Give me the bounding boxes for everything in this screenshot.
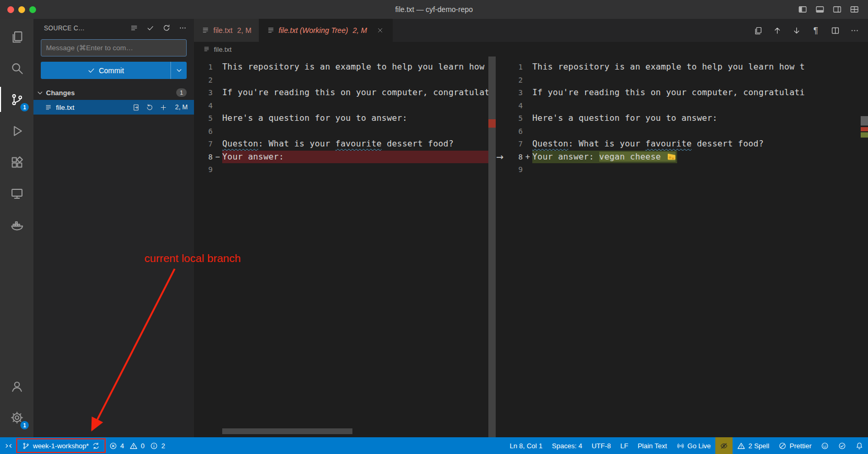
status-go-live[interactable]: Go Live <box>672 437 716 454</box>
status-label: Plain Text <box>637 442 667 450</box>
activity-item-source-control[interactable]: 1 <box>0 84 33 115</box>
status-bar: week-1-workshop*402 Ln 8, Col 1Spaces: 4… <box>0 437 868 454</box>
list-flat-button[interactable] <box>129 23 139 33</box>
open-file-button[interactable] <box>132 103 141 112</box>
diff-line[interactable]: 6 <box>194 125 496 138</box>
layout-grid-icon[interactable] <box>848 3 861 16</box>
activity-item-search[interactable] <box>0 52 33 84</box>
diff-line[interactable]: 4 <box>194 99 496 112</box>
compare-changes-button[interactable] <box>752 25 763 36</box>
zoom-window-button[interactable] <box>29 6 36 13</box>
layout-sidebar-right-icon[interactable] <box>831 3 843 16</box>
activity-item-run-debug[interactable] <box>0 115 33 146</box>
line-content <box>222 163 496 176</box>
activity-item-docker[interactable] <box>0 209 33 241</box>
line-content <box>532 163 868 176</box>
diff-line[interactable]: 6 <box>504 125 868 138</box>
editor-tab[interactable]: file.txt2, M <box>194 19 259 42</box>
status-eol[interactable]: LF <box>615 437 633 454</box>
discard-button[interactable] <box>145 103 155 112</box>
activity-item-settings[interactable]: 1 <box>0 402 33 433</box>
diff-line[interactable]: 2 <box>194 74 496 87</box>
diff-line[interactable]: 2 <box>504 74 868 87</box>
diff-sign <box>213 99 222 112</box>
sidebar-header-actions <box>129 23 188 33</box>
changed-file-row[interactable]: file.txt2, M <box>33 100 194 115</box>
diff-editor: 1This repository is an example to help y… <box>194 56 868 437</box>
activity-item-explorer[interactable] <box>0 21 33 52</box>
activity-item-extensions[interactable] <box>0 146 33 178</box>
refresh-button[interactable] <box>161 23 172 33</box>
right-overview-ruler[interactable] <box>861 56 868 437</box>
close-window-button[interactable] <box>7 6 14 13</box>
commit-check-button[interactable] <box>145 23 155 33</box>
changes-section-header[interactable]: Changes 1 <box>33 85 194 100</box>
status-problems[interactable]: 402 <box>105 437 173 454</box>
layout-sidebar-right-icon <box>832 5 842 14</box>
code-text: This repository is an example to help yo… <box>532 62 805 72</box>
status-notifications[interactable] <box>851 437 868 454</box>
left-scrollbar[interactable] <box>488 56 496 437</box>
diff-sign <box>213 125 222 138</box>
status-language-mode[interactable]: Plain Text <box>633 437 671 454</box>
stage-icon <box>159 104 167 111</box>
status-branch[interactable]: week-1-workshop* <box>17 437 105 454</box>
previous-change-button[interactable] <box>772 25 782 36</box>
breadcrumb-item[interactable]: file.txt <box>214 46 232 53</box>
status-feedback[interactable] <box>816 437 833 454</box>
diff-line[interactable]: 4 <box>504 99 868 112</box>
editor-tab[interactable]: file.txt (Working Tree)2, M <box>259 19 393 42</box>
more-button[interactable] <box>849 25 860 36</box>
diff-line[interactable]: 9 <box>504 163 868 176</box>
diff-line[interactable]: 1This repository is an example to help y… <box>504 61 868 74</box>
minimize-window-button[interactable] <box>18 6 25 13</box>
diff-line[interactable]: 1This repository is an example to help y… <box>194 61 496 74</box>
status-indentation[interactable]: Spaces: 4 <box>547 437 587 454</box>
text-file-icon <box>267 26 275 35</box>
split-editor-button[interactable] <box>830 25 840 36</box>
layout-panel-icon[interactable] <box>814 3 826 16</box>
commit-button-main[interactable]: Commit <box>41 62 171 79</box>
status-toggle-excluded-files[interactable] <box>715 437 733 454</box>
close-tab-button[interactable] <box>375 26 385 35</box>
stage-button[interactable] <box>159 103 168 112</box>
line-content: This repository is an example to help yo… <box>532 61 868 74</box>
pilcrow-button[interactable]: ¶ <box>810 25 821 36</box>
activity-item-accounts[interactable] <box>0 370 33 402</box>
line-content: If you're reading this on your computer,… <box>222 86 496 99</box>
file-status-badge: 2, M <box>175 104 188 111</box>
diff-line[interactable]: 8−Your answer: <box>194 151 496 164</box>
status-spell-checker[interactable]: 2 Spell <box>733 437 774 454</box>
horizontal-scrollbar[interactable] <box>222 428 352 434</box>
status-encoding[interactable]: UTF-8 <box>587 437 615 454</box>
added-line-marker <box>861 132 868 138</box>
status-prettier[interactable]: Prettier <box>774 437 816 454</box>
tab-label: file.txt <box>213 26 233 35</box>
next-change-icon <box>792 26 801 35</box>
layout-sidebar-left-icon[interactable] <box>796 3 809 16</box>
status-status-ok[interactable] <box>833 437 851 454</box>
commit-message-input[interactable] <box>41 39 187 56</box>
more-button[interactable] <box>177 23 188 33</box>
commit-dropdown-button[interactable] <box>171 62 187 79</box>
diff-sign <box>523 163 532 176</box>
feedback-icon <box>821 442 829 450</box>
diff-line[interactable]: 5Here's a question for you to answer: <box>194 112 496 125</box>
diff-line[interactable]: 3If you're reading this on your computer… <box>504 86 868 99</box>
status-remote[interactable] <box>0 437 17 454</box>
changes-count-badge: 1 <box>176 88 187 97</box>
line-number: 7 <box>504 138 523 151</box>
line-content: If you're reading this on your computer,… <box>532 86 868 99</box>
diff-line[interactable]: 3If you're reading this on your computer… <box>194 86 496 99</box>
status-cursor-position[interactable]: Ln 8, Col 1 <box>505 437 547 454</box>
next-change-button[interactable] <box>791 25 802 36</box>
commit-button[interactable]: Commit <box>41 62 187 79</box>
diff-line[interactable]: 7Queston: What is your favourite dessert… <box>504 138 868 151</box>
diff-line[interactable]: 8+Your answer: vegan cheese <box>504 151 868 164</box>
diff-line[interactable]: 7Queston: What is your favourite dessert… <box>194 138 496 151</box>
error-icon <box>109 442 117 450</box>
activity-item-remote-explorer[interactable] <box>0 178 33 209</box>
diff-line[interactable]: 9 <box>194 163 496 176</box>
breadcrumb[interactable]: file.txt <box>194 42 868 56</box>
diff-line[interactable]: 5Here's a question for you to answer: <box>504 112 868 125</box>
